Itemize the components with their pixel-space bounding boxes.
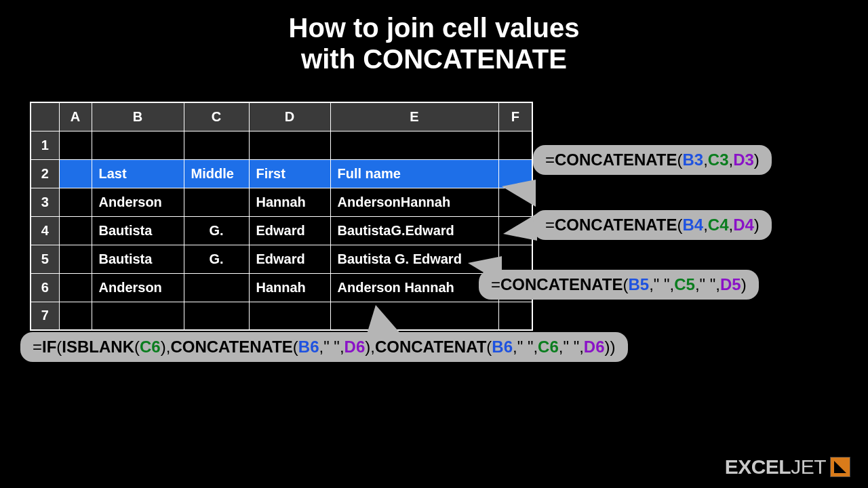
row-2: 2 Last Middle First Full name	[31, 159, 532, 188]
cell-D3: Hannah	[249, 188, 330, 216]
row-3: 3 Anderson Hannah AndersonHannah	[31, 188, 532, 216]
formula-bubble-row5: =CONCATENATE(B5," ",C5," ",D5)	[479, 270, 759, 300]
cell-E4: BautistaG.Edward	[330, 216, 498, 245]
cell-B6: Anderson	[92, 273, 184, 302]
row-header-1: 1	[31, 131, 59, 159]
formula-bubble-row3: =CONCATENATE(B3,C3,D3)	[533, 145, 772, 175]
cell-B5: Bautista	[92, 245, 184, 273]
row-header-2: 2	[31, 159, 59, 188]
cell-C4: G.	[184, 216, 249, 245]
row-1: 1	[31, 131, 532, 159]
exceljet-logo: EXCELJET	[725, 455, 850, 479]
corner-cell	[31, 102, 59, 131]
header-first: First	[249, 159, 330, 188]
row-5: 5 Bautista G. Edward Bautista G. Edward	[31, 245, 532, 273]
row-4: 4 Bautista G. Edward BautistaG.Edward	[31, 216, 532, 245]
col-header-A: A	[59, 102, 92, 131]
cell-C5: G.	[184, 245, 249, 273]
col-header-F: F	[498, 102, 532, 131]
cell-D6: Hannah	[249, 273, 330, 302]
spreadsheet-grid: A B C D E F 1 2 Last Middle First Full n…	[30, 102, 533, 331]
cell-E3: AndersonHannah	[330, 188, 498, 216]
row-7: 7	[31, 302, 532, 330]
cell-D4: Edward	[249, 216, 330, 245]
cell-B3: Anderson	[92, 188, 184, 216]
col-header-E: E	[330, 102, 498, 131]
col-header-C: C	[184, 102, 249, 131]
col-header-D: D	[249, 102, 330, 131]
row-6: 6 Anderson Hannah Anderson Hannah	[31, 273, 532, 302]
logo-text: EXCELJET	[725, 455, 826, 479]
arrow-icon	[830, 457, 850, 477]
row-header-3: 3	[31, 188, 59, 216]
column-header-row: A B C D E F	[31, 102, 532, 131]
cell-D5: Edward	[249, 245, 330, 273]
formula-bubble-row4: =CONCATENATE(B4,C4,D4)	[533, 210, 772, 240]
stage: A B C D E F 1 2 Last Middle First Full n…	[0, 102, 868, 331]
cell-C6	[184, 273, 249, 302]
row-header-4: 4	[31, 216, 59, 245]
header-middle: Middle	[184, 159, 249, 188]
cell-C3	[184, 188, 249, 216]
row-header-6: 6	[31, 273, 59, 302]
col-header-B: B	[92, 102, 184, 131]
row-header-7: 7	[31, 302, 59, 330]
header-fullname: Full name	[330, 159, 498, 188]
header-last: Last	[92, 159, 184, 188]
page-title: How to join cell values with CONCATENATE	[0, 0, 868, 75]
bubble-tail-icon	[503, 214, 537, 241]
bubble-tail-icon	[502, 180, 536, 207]
cell-B4: Bautista	[92, 216, 184, 245]
row-header-5: 5	[31, 245, 59, 273]
formula-bubble-row6: =IF(ISBLANK(C6),CONCATENATE(B6," ",D6),C…	[20, 332, 628, 362]
